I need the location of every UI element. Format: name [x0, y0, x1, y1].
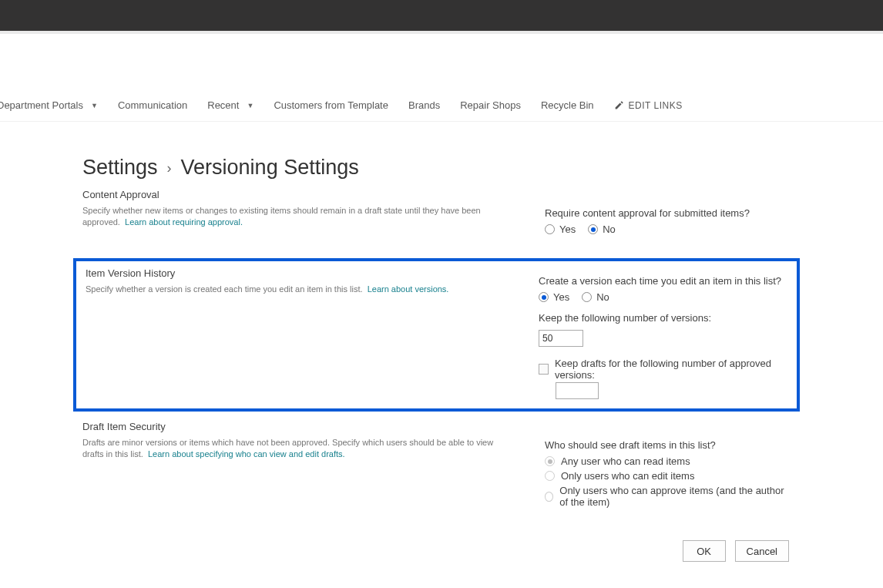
- ribbon-strip: [0, 31, 883, 34]
- version-history-yes-option[interactable]: Yes: [539, 291, 569, 303]
- keep-versions-label: Keep the following number of versions:: [539, 312, 791, 324]
- radio-icon[interactable]: [545, 224, 555, 234]
- suite-bar: [0, 0, 883, 31]
- nav-label: Recycle Bin: [541, 99, 594, 111]
- breadcrumb-parent[interactable]: Settings: [82, 156, 158, 180]
- version-history-radio-group: Yes No: [539, 291, 791, 303]
- breadcrumb: Settings › Versioning Settings: [82, 156, 794, 180]
- content-approval-no-option[interactable]: No: [588, 223, 616, 235]
- radio-label: No: [596, 291, 609, 303]
- version-history-question: Create a version each time you edit an i…: [539, 275, 791, 287]
- keep-drafts-row: Keep drafts for the following number of …: [539, 358, 791, 381]
- radio-icon: [545, 471, 555, 481]
- chevron-down-icon: ▼: [91, 102, 98, 109]
- content-approval-yes-option[interactable]: Yes: [545, 223, 576, 235]
- version-history-desc-text: Specify whether a version is created eac…: [86, 284, 363, 294]
- content-approval-question: Require content approval for submitted i…: [545, 207, 794, 219]
- keep-drafts-checkbox[interactable]: [539, 364, 549, 375]
- radio-icon[interactable]: [582, 292, 592, 302]
- section-draft-security: Draft Item Security Drafts are minor ver…: [82, 418, 794, 516]
- nav-item-repair-shops[interactable]: Repair Shops: [460, 99, 521, 111]
- nav-item-customers-from-template[interactable]: Customers from Template: [274, 99, 388, 111]
- version-history-no-option[interactable]: No: [582, 291, 609, 303]
- ok-button[interactable]: OK: [683, 540, 726, 562]
- page-title: Versioning Settings: [181, 156, 359, 180]
- draft-security-title: Draft Item Security: [82, 421, 514, 432]
- nav-label: Recent: [207, 99, 239, 111]
- learn-about-versions-link[interactable]: Learn about versions.: [368, 284, 449, 294]
- section-version-history-highlight: Item Version History Specify whether a v…: [73, 258, 800, 412]
- radio-icon: [545, 456, 555, 466]
- keep-drafts-input[interactable]: [556, 382, 599, 399]
- content-approval-radio-group: Yes No: [545, 223, 794, 235]
- nav-label: Brands: [408, 99, 440, 111]
- form-buttons: OK Cancel: [82, 540, 794, 562]
- nav-item-brands[interactable]: Brands: [408, 99, 440, 111]
- content-approval-desc: Specify whether new items or changes to …: [82, 205, 514, 229]
- radio-icon: [545, 492, 553, 502]
- radio-label: Yes: [553, 291, 569, 303]
- radio-label: Only users who can edit items: [561, 470, 694, 482]
- nav-item-department-portals[interactable]: Department Portals ▼: [0, 99, 98, 111]
- nav-label: Customers from Template: [274, 99, 388, 111]
- nav-label: Department Portals: [0, 99, 83, 111]
- nav-item-recycle-bin[interactable]: Recycle Bin: [541, 99, 594, 111]
- draft-security-radio-group: Any user who can read items Only users w…: [545, 455, 794, 508]
- nav-label: Communication: [118, 99, 187, 111]
- page-content: Settings › Versioning Settings Content A…: [0, 122, 794, 562]
- cancel-button[interactable]: Cancel: [735, 540, 789, 562]
- radio-icon[interactable]: [588, 224, 598, 234]
- edit-links-label: EDIT LINKS: [629, 100, 683, 111]
- learn-about-drafts-link[interactable]: Learn about specifying who can view and …: [148, 449, 345, 459]
- draft-security-question: Who should see draft items in this list?: [545, 439, 794, 451]
- nav-item-communication[interactable]: Communication: [118, 99, 187, 111]
- radio-icon[interactable]: [539, 292, 549, 302]
- keep-versions-input[interactable]: [539, 330, 583, 347]
- radio-label: Any user who can read items: [561, 455, 690, 467]
- chevron-down-icon: ▼: [247, 102, 253, 109]
- nav-item-recent[interactable]: Recent ▼: [207, 99, 253, 111]
- radio-label: Only users who can approve items (and th…: [559, 485, 794, 508]
- draft-security-opt-editors[interactable]: Only users who can edit items: [545, 470, 794, 482]
- nav-label: Repair Shops: [460, 99, 521, 111]
- content-approval-title: Content Approval: [82, 189, 514, 200]
- learn-about-approval-link[interactable]: Learn about requiring approval.: [125, 217, 243, 227]
- version-history-title: Item Version History: [86, 267, 508, 279]
- pencil-icon: [614, 100, 624, 110]
- draft-security-desc: Drafts are minor versions or items which…: [82, 437, 514, 461]
- top-navigation: Department Portals ▼ Communication Recen…: [0, 89, 883, 122]
- draft-security-opt-any-reader[interactable]: Any user who can read items: [545, 455, 794, 467]
- edit-links-button[interactable]: EDIT LINKS: [614, 100, 683, 111]
- section-content-approval: Content Approval Specify whether new ite…: [82, 186, 794, 252]
- radio-label: No: [603, 223, 616, 235]
- keep-drafts-label: Keep drafts for the following number of …: [555, 358, 791, 381]
- version-history-desc: Specify whether a version is created eac…: [86, 284, 508, 295]
- draft-security-opt-approvers[interactable]: Only users who can approve items (and th…: [545, 485, 794, 508]
- radio-label: Yes: [559, 223, 576, 235]
- breadcrumb-separator-icon: ›: [167, 160, 172, 176]
